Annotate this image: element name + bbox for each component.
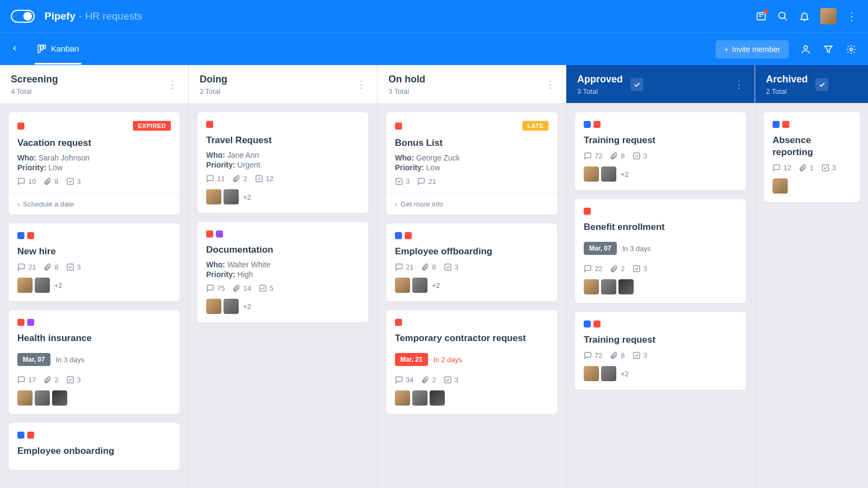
more-assignees[interactable]: +2 xyxy=(243,303,251,311)
kanban-board: Screening4 Total⋮EXPIREDVacation request… xyxy=(0,65,868,488)
avatar[interactable] xyxy=(584,366,599,381)
svg-rect-10 xyxy=(67,264,73,270)
check-icon xyxy=(630,78,643,91)
card-footer-action[interactable]: ›Schedule a date xyxy=(9,193,180,215)
card-meta: 1083 xyxy=(17,177,171,185)
avatar[interactable] xyxy=(773,178,788,194)
avatar[interactable] xyxy=(820,8,837,24)
avatar[interactable] xyxy=(412,390,427,406)
card[interactable]: Temporary contractor requestMar, 21In 2 … xyxy=(386,310,557,414)
meta-attachments: 14 xyxy=(232,284,251,292)
chevron-right-icon: › xyxy=(17,200,20,208)
card-title: Vacation request xyxy=(17,137,171,149)
meta-attachments: 8 xyxy=(610,152,624,160)
avatar[interactable] xyxy=(395,390,410,406)
invite-member-button[interactable]: + Invite member xyxy=(716,40,789,59)
column-menu-icon[interactable]: ⋮ xyxy=(356,79,366,91)
search-icon[interactable] xyxy=(777,10,789,22)
avatar[interactable] xyxy=(35,278,50,293)
card[interactable]: Employee offboarding2183+2 xyxy=(386,223,557,301)
gear-icon[interactable] xyxy=(845,43,857,55)
avatar[interactable] xyxy=(584,166,599,182)
card[interactable]: DocumentationWho: Walter WhitePriority: … xyxy=(197,222,368,323)
avatar[interactable] xyxy=(395,278,410,293)
column-header: Archived2 Total xyxy=(755,65,868,104)
date-chip: Mar, 21 xyxy=(395,353,428,366)
card-labels xyxy=(17,319,171,326)
label-red xyxy=(17,319,24,326)
card[interactable]: New hire2183+2 xyxy=(9,223,180,301)
avatar[interactable] xyxy=(430,390,445,406)
column-archived: Archived2 TotalAbsence reporting1213 xyxy=(755,65,868,488)
card[interactable]: EXPIREDVacation requestWho: Sarah Johnso… xyxy=(9,112,180,215)
avatar[interactable] xyxy=(412,278,427,293)
card-field-priority: Priority: Low xyxy=(395,163,548,172)
avatar[interactable] xyxy=(52,390,67,406)
card[interactable]: Benefit enrollmentMar, 07In 3 days2223 xyxy=(575,199,746,303)
card-meta: 11212 xyxy=(206,175,360,183)
card[interactable]: Training request7283+2 xyxy=(575,312,746,390)
inbox-icon[interactable] xyxy=(755,10,767,22)
meta-checklist: 3 xyxy=(633,152,647,160)
card[interactable]: LATEBonus ListWho: George ZuckPriority: … xyxy=(386,112,557,215)
avatar[interactable] xyxy=(35,390,50,406)
card-title: New hire xyxy=(17,246,171,258)
column-count: 3 Total xyxy=(577,87,623,95)
more-menu-icon[interactable]: ⋮ xyxy=(846,10,857,23)
card-meta: 2183 xyxy=(17,263,171,271)
topbar: Pipefy - HR requests ⋮ xyxy=(0,0,868,33)
card-field-who: Who: Walter White xyxy=(206,260,360,269)
view-tab-kanban[interactable]: Kanban xyxy=(35,34,81,65)
more-assignees[interactable]: +2 xyxy=(54,281,62,290)
avatar[interactable] xyxy=(601,279,616,294)
more-assignees[interactable]: +2 xyxy=(432,281,440,290)
meta-checklist: 3 xyxy=(66,263,81,271)
column-menu-icon[interactable]: ⋮ xyxy=(734,79,744,91)
svg-rect-19 xyxy=(634,352,640,358)
avatar[interactable] xyxy=(206,299,221,314)
meta-checklist: 3 xyxy=(633,265,647,273)
filter-icon[interactable] xyxy=(822,43,834,55)
svg-rect-18 xyxy=(634,266,640,272)
avatar[interactable] xyxy=(601,166,616,182)
meta-comments: 11 xyxy=(206,175,225,183)
avatar[interactable] xyxy=(618,279,634,294)
card[interactable]: Travel RequestWho: Jane AnnPriority: Urg… xyxy=(197,112,368,213)
meta-comments: 21 xyxy=(417,177,436,185)
avatar[interactable] xyxy=(224,299,239,314)
avatar[interactable] xyxy=(17,390,33,406)
column-title: Doing xyxy=(200,74,227,85)
column-menu-icon[interactable]: ⋮ xyxy=(168,79,177,91)
avatar[interactable] xyxy=(224,189,239,204)
back-button[interactable] xyxy=(11,44,18,54)
card-meta: 2183 xyxy=(395,263,548,271)
card-meta: 3423 xyxy=(395,376,548,384)
svg-rect-15 xyxy=(445,264,451,270)
user-icon[interactable] xyxy=(800,43,812,55)
card[interactable]: Health insuranceMar, 07In 3 days1723 xyxy=(9,310,180,414)
meta-checklist: 3 xyxy=(444,263,458,271)
card[interactable]: Employee onboarding xyxy=(9,423,180,470)
meta-comments: 17 xyxy=(17,376,36,384)
more-assignees[interactable]: +2 xyxy=(243,193,251,201)
card[interactable]: Training request7283+2 xyxy=(575,112,746,190)
column-title: Archived xyxy=(766,74,808,85)
more-assignees[interactable]: +2 xyxy=(621,170,629,178)
avatar[interactable] xyxy=(601,366,616,381)
avatar[interactable] xyxy=(584,279,599,294)
column-title: Screening xyxy=(11,74,58,85)
more-assignees[interactable]: +2 xyxy=(621,370,629,378)
avatar[interactable] xyxy=(206,189,221,204)
label-red xyxy=(27,432,34,439)
logo-icon xyxy=(11,10,35,23)
card-title: Absence reporting xyxy=(773,134,851,158)
card-labels xyxy=(395,232,548,239)
column-menu-icon[interactable]: ⋮ xyxy=(545,79,555,91)
bell-icon[interactable] xyxy=(799,10,810,22)
avatar[interactable] xyxy=(17,278,33,293)
card[interactable]: Absence reporting1213 xyxy=(764,112,860,202)
card-footer-action[interactable]: ›Get more info xyxy=(386,193,557,215)
assignees: +2 xyxy=(206,299,360,314)
label-red xyxy=(593,121,601,128)
card-field-priority: Priority: High xyxy=(206,270,360,279)
